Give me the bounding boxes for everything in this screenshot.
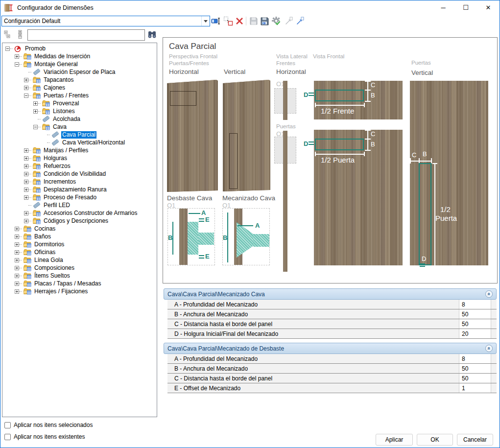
property-value[interactable]: 8 xyxy=(459,354,491,363)
table-header[interactable]: Cava\Cava Parcial\Mecanizado Cava « xyxy=(164,288,497,300)
collapse-icon[interactable] xyxy=(5,47,10,51)
tree-item-medidas-de-inserci-n[interactable]: Medidas de Inserción xyxy=(2,52,157,60)
tree-item-label[interactable]: Refuerzos xyxy=(43,163,71,170)
expand-icon[interactable] xyxy=(24,78,28,82)
expand-icon[interactable] xyxy=(33,109,38,114)
tree-item-oficinas[interactable]: Oficinas xyxy=(2,248,157,256)
property-value[interactable]: 50 xyxy=(459,319,491,329)
tree-item-label[interactable]: Incrementos xyxy=(43,178,77,186)
save-icon[interactable] xyxy=(249,16,259,26)
tree-item-label[interactable]: Composiciones xyxy=(33,264,75,272)
property-value[interactable]: 50 xyxy=(459,374,491,383)
expand-icon[interactable] xyxy=(15,282,19,286)
tree-item-tapacantos[interactable]: Tapacantos xyxy=(2,76,157,84)
expand-icon[interactable] xyxy=(15,266,19,270)
property-value[interactable]: 50 xyxy=(459,364,491,373)
tree-item-incrementos[interactable]: Incrementos xyxy=(2,178,157,186)
tree-item-condici-n-de-visibilidad[interactable]: Condición de Visibilidad xyxy=(2,170,157,178)
combo-dropdown-button[interactable] xyxy=(201,16,210,26)
tree-item-label[interactable]: Oficinas xyxy=(33,249,56,256)
property-value[interactable]: 50 xyxy=(459,309,491,319)
configuration-select[interactable]: Configuración Default xyxy=(1,16,210,26)
property-value[interactable]: 20 xyxy=(459,329,491,338)
expand-icon[interactable] xyxy=(24,172,28,176)
expand-icon[interactable] xyxy=(24,219,28,223)
expand-all-icon[interactable] xyxy=(17,30,24,39)
tree-item-cajones[interactable]: Cajones xyxy=(2,84,157,92)
tree-item-label[interactable]: Variación Espesor de Placa xyxy=(43,69,117,76)
tree-item-label[interactable]: Listones xyxy=(52,108,76,115)
property-value[interactable]: 1 xyxy=(459,383,491,393)
expand-icon[interactable] xyxy=(24,211,28,215)
tree-item-montaje-general[interactable]: Montaje General xyxy=(2,60,157,68)
expand-icon[interactable] xyxy=(24,148,28,153)
expand-icon[interactable] xyxy=(24,86,28,90)
tree-item-acolchada[interactable]: Acolchada xyxy=(2,115,157,123)
tree-item-label[interactable]: Provenzal xyxy=(52,100,80,107)
export-disk-icon[interactable]: a xyxy=(260,16,270,26)
binoculars-search-icon[interactable] xyxy=(148,30,156,39)
collapse-chevron-icon[interactable]: « xyxy=(485,290,493,298)
expand-icon[interactable] xyxy=(15,227,19,231)
collapse-icon[interactable] xyxy=(33,125,38,129)
expand-icon[interactable] xyxy=(15,242,19,247)
expand-icon[interactable] xyxy=(15,235,19,239)
expand-icon[interactable] xyxy=(15,250,19,255)
tree-item-listones[interactable]: Listones xyxy=(2,107,157,115)
tree-item-label[interactable]: Montaje General xyxy=(33,61,79,68)
tree-item-cava-parcial[interactable]: Cava Parcial xyxy=(2,131,157,139)
tree-item-label[interactable]: Perfil LED xyxy=(43,202,71,209)
expand-icon[interactable] xyxy=(24,188,28,192)
tree-item-label[interactable]: Dormitorios xyxy=(33,241,65,248)
collapse-icon[interactable] xyxy=(15,62,19,67)
tree-item-label[interactable]: Manijas / Perfiles xyxy=(43,147,89,154)
tree-item-c-digos-y-descripciones[interactable]: Códigos y Descripciones xyxy=(2,217,157,225)
delete-config-icon[interactable] xyxy=(235,16,244,26)
copy-config-icon[interactable] xyxy=(223,16,233,26)
import-arrow-icon[interactable] xyxy=(284,16,293,26)
apply-selected-items-checkbox[interactable] xyxy=(4,422,11,428)
tree-item-promob[interactable]: Promob xyxy=(2,45,157,52)
apply-button[interactable]: Aplicar xyxy=(376,434,413,446)
tree-item-label[interactable]: Baños xyxy=(33,233,52,240)
tree-item-label[interactable]: Promob xyxy=(24,45,47,52)
search-input[interactable] xyxy=(27,29,145,41)
tree-item-variaci-n-espesor-de-placa[interactable]: Variación Espesor de Placa xyxy=(2,68,157,76)
tree-item-label[interactable]: Cajones xyxy=(43,84,66,92)
tree-item-l-nea-gola[interactable]: Línea Gola xyxy=(2,256,157,264)
cancel-button[interactable]: Cancelar xyxy=(457,434,493,446)
expand-icon[interactable] xyxy=(15,289,19,294)
collapse-chevron-icon[interactable]: « xyxy=(485,345,493,352)
tree-item-label[interactable]: Cocinas xyxy=(33,225,56,233)
tree-item-dormitorios[interactable]: Dormitorios xyxy=(2,240,157,248)
collapse-icon[interactable] xyxy=(24,94,28,98)
tree-item-label[interactable]: Medidas de Inserción xyxy=(33,53,91,60)
tree-item-label[interactable]: Acolchada xyxy=(52,116,81,123)
tree-item--tems-sueltos[interactable]: Ítems Sueltos xyxy=(2,272,157,280)
expand-icon[interactable] xyxy=(24,180,28,184)
tree-item-accesorios-constructor-de-armarios[interactable]: Accesorios Constructor de Armarios xyxy=(2,209,157,217)
tree-item-proceso-de-fresado[interactable]: Proceso de Fresado xyxy=(2,193,157,201)
tree-item-composiciones[interactable]: Composiciones xyxy=(2,264,157,272)
tree-item-label[interactable]: Ítems Sueltos xyxy=(33,272,71,280)
expand-icon[interactable] xyxy=(15,258,19,262)
tree-item-label[interactable]: Proceso de Fresado xyxy=(43,194,97,201)
tree-item-ba-os[interactable]: Baños xyxy=(2,233,157,240)
tree-item-herrajes-fijaciones[interactable]: Herrajes / Fijaciones xyxy=(2,287,157,295)
tree-item-label[interactable]: Línea Gola xyxy=(33,257,64,264)
tree-item-label[interactable]: Cava xyxy=(52,123,68,131)
tree-item-cocinas[interactable]: Cocinas xyxy=(2,225,157,233)
ok-button[interactable]: OK xyxy=(417,434,453,446)
tree-item-puertas-frentes[interactable]: Puertas / Frentes xyxy=(2,92,157,99)
minimize-button[interactable]: ─ xyxy=(432,0,454,15)
apply-existing-items-checkbox[interactable] xyxy=(4,434,11,440)
tree-item-label[interactable]: Herrajes / Fijaciones xyxy=(33,288,89,295)
expand-icon[interactable] xyxy=(24,164,28,168)
export-arrow-icon[interactable] xyxy=(295,16,305,26)
tree-item-label[interactable]: Códigos y Descripciones xyxy=(43,217,109,225)
tree-item-label[interactable]: Tapacantos xyxy=(43,76,74,84)
expand-icon[interactable] xyxy=(24,156,28,161)
tree-item-label[interactable]: Puertas / Frentes xyxy=(43,92,90,99)
rename-config-icon[interactable] xyxy=(211,16,221,26)
tree-item-label[interactable]: Cava Parcial xyxy=(61,131,96,139)
